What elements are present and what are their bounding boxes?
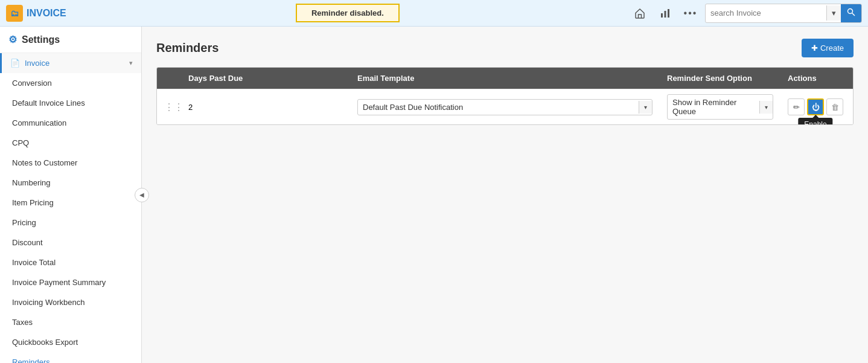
content-header: Reminders ✚ Create (156, 39, 854, 57)
reminders-table: Days Past Due Email Template Reminder Se… (156, 67, 854, 125)
sidebar-item-label: Invoice Payment Summary (12, 278, 106, 287)
col-drag (157, 68, 181, 89)
search-input[interactable] (706, 5, 826, 21)
send-option-cell: Show in Reminder Queue ▾ (660, 89, 780, 124)
search-dropdown-btn[interactable]: ▾ (826, 5, 841, 21)
enable-toggle-button[interactable]: ⏻ (807, 98, 824, 115)
sidebar-item-default-invoice-lines[interactable]: Default Invoice Lines (0, 93, 141, 113)
chart-icon (659, 7, 671, 19)
home-icon (634, 7, 646, 19)
logo-icon: 🗂 (6, 5, 23, 22)
sidebar-item-numbering[interactable]: Numbering (0, 173, 141, 193)
sidebar-item-label: Numbering (12, 178, 51, 187)
send-option-dropdown-icon: ▾ (759, 101, 773, 114)
svg-point-3 (848, 9, 853, 14)
col-actions: Actions (780, 68, 853, 89)
reminder-disabled-banner: Reminder disabled. (296, 4, 400, 22)
sidebar-item-label: Discount (12, 238, 43, 247)
send-option-select[interactable]: Show in Reminder Queue ▾ (667, 94, 773, 120)
sidebar-item-discount[interactable]: Discount (0, 233, 141, 252)
sidebar-header: ⚙ Settings (0, 27, 141, 53)
page-title: Reminders (156, 41, 219, 55)
content-area: Reminders ✚ Create Days Past Due Email T… (142, 27, 868, 363)
drag-handle[interactable]: ⋮⋮ (157, 97, 181, 118)
app-name: INVOICE (27, 8, 66, 19)
email-template-value: Default Past Due Notification (358, 100, 639, 115)
sidebar-item-label: Communication (12, 118, 66, 127)
sidebar-title: Settings (22, 34, 60, 45)
sidebar-item-cpq[interactable]: CPQ (0, 133, 141, 153)
sidebar-item-reminders[interactable]: Reminders (0, 352, 141, 363)
search-go-btn[interactable] (841, 4, 861, 22)
col-template: Email Template (350, 68, 660, 89)
svg-rect-0 (661, 13, 663, 18)
sidebar-wrapper: ⚙ Settings 📄 Invoice ▾ ConversionDefault… (0, 27, 142, 363)
chevron-down-icon: ▾ (129, 59, 133, 67)
svg-line-4 (852, 13, 855, 16)
send-option-value: Show in Reminder Queue (668, 95, 759, 119)
invoice-icon: 📄 (10, 59, 20, 68)
more-dots-icon: ••• (684, 8, 698, 19)
sidebar-item-label: Conversion (12, 79, 52, 88)
col-days: Days Past Due (181, 68, 350, 89)
sidebar-item-label: Invoicing Workbench (12, 298, 85, 307)
sidebar-items: ConversionDefault Invoice LinesCommunica… (0, 73, 141, 363)
search-icon (847, 8, 855, 16)
svg-rect-2 (668, 9, 669, 18)
home-button[interactable] (629, 2, 651, 24)
sidebar-item-conversion[interactable]: Conversion (0, 73, 141, 93)
sidebar-item-invoicing-workbench[interactable]: Invoicing Workbench (0, 292, 141, 312)
edit-icon: ✏ (793, 103, 800, 112)
sidebar-collapse-btn[interactable]: ◀ (135, 188, 149, 202)
power-icon: ⏻ (812, 103, 820, 112)
table-row: ⋮⋮ 2 Default Past Due Notification ▾ Sho… (157, 89, 853, 124)
topbar: 🗂 INVOICE Reminder disabled. ••• ▾ (0, 0, 868, 27)
sidebar: ⚙ Settings 📄 Invoice ▾ ConversionDefault… (0, 27, 142, 363)
main-layout: ⚙ Settings 📄 Invoice ▾ ConversionDefault… (0, 27, 868, 363)
days-past-due-value: 2 (181, 98, 350, 117)
sidebar-item-label: Notes to Customer (12, 158, 77, 167)
enable-button-wrapper: ⏻ Enable (807, 98, 824, 115)
svg-rect-1 (665, 11, 666, 18)
chart-button[interactable] (654, 2, 676, 24)
sidebar-invoice-label: Invoice (25, 59, 49, 68)
sidebar-item-label: Reminders (12, 358, 50, 363)
topbar-center: Reminder disabled. (71, 4, 624, 22)
more-button[interactable]: ••• (680, 2, 701, 24)
sidebar-item-pricing[interactable]: Pricing (0, 213, 141, 233)
sidebar-item-label: Quickbooks Export (12, 338, 78, 347)
sidebar-item-label: CPQ (12, 138, 29, 147)
table-header: Days Past Due Email Template Reminder Se… (157, 68, 853, 89)
sidebar-item-notes-to-customer[interactable]: Notes to Customer (0, 153, 141, 173)
email-template-dropdown-icon: ▾ (639, 101, 652, 114)
app-logo: 🗂 INVOICE (6, 5, 66, 22)
enable-tooltip: Enable (798, 118, 832, 125)
sidebar-item-label: Taxes (12, 318, 33, 327)
sidebar-item-item-pricing[interactable]: Item Pricing (0, 193, 141, 213)
actions-cell: ✏ ⏻ Enable 🗑 (780, 94, 853, 120)
sidebar-item-taxes[interactable]: Taxes (0, 312, 141, 332)
settings-icon: ⚙ (8, 34, 17, 45)
col-send-option: Reminder Send Option (660, 68, 780, 89)
email-template-select[interactable]: Default Past Due Notification ▾ (357, 99, 653, 115)
sidebar-item-label: Pricing (12, 218, 36, 227)
create-button[interactable]: ✚ Create (802, 39, 854, 57)
email-template-cell: Default Past Due Notification ▾ (350, 94, 660, 120)
sidebar-item-invoice-total[interactable]: Invoice Total (0, 252, 141, 272)
sidebar-item-label: Item Pricing (12, 198, 54, 207)
delete-button[interactable]: 🗑 (826, 98, 843, 115)
sidebar-item-quickbooks-export[interactable]: Quickbooks Export (0, 332, 141, 352)
sidebar-item-communication[interactable]: Communication (0, 113, 141, 133)
sidebar-item-label: Default Invoice Lines (12, 98, 85, 108)
edit-button[interactable]: ✏ (788, 98, 805, 115)
sidebar-item-invoice-payment-summary[interactable]: Invoice Payment Summary (0, 272, 141, 292)
topbar-right: ••• ▾ (629, 2, 862, 24)
search-container: ▾ (705, 4, 862, 23)
sidebar-item-label: Invoice Total (12, 258, 56, 267)
sidebar-item-invoice[interactable]: 📄 Invoice ▾ (0, 53, 141, 73)
delete-icon: 🗑 (831, 103, 839, 112)
